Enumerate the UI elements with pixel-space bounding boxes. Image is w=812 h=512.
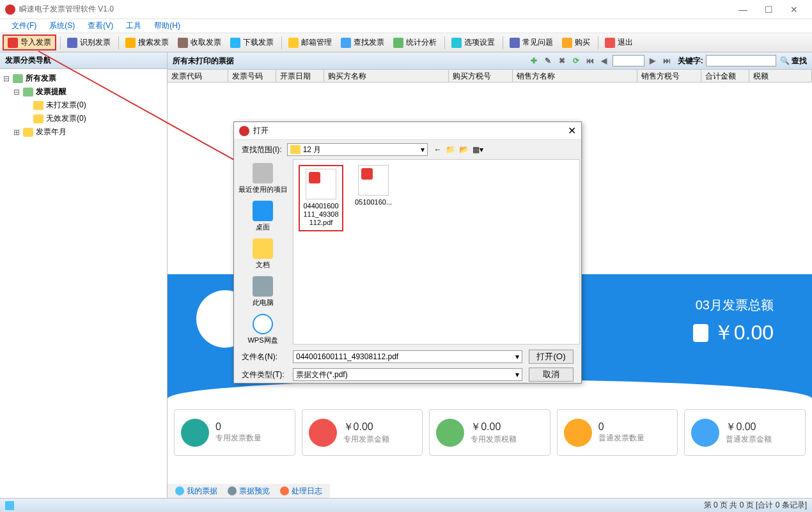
filename-value: 044001600111_49308112.pdf — [296, 352, 398, 361]
col-code[interactable]: 发票代码 — [168, 70, 228, 82]
cancel-button[interactable]: 取消 — [529, 368, 574, 382]
open-dialog: 打开 ✕ 查找范围(I): 12 月 ▾ ← 📁 📂 ▦▾ 最近使用的项目 桌面… — [233, 121, 582, 384]
tab-my-invoices[interactable]: 我的票据 — [170, 486, 223, 497]
menu-tools[interactable]: 工具 — [120, 20, 148, 31]
file-item-selected[interactable]: 044001600111_49308112.pdf — [299, 165, 343, 231]
card-label: 专用发票税额 — [471, 434, 517, 445]
toolbar-search[interactable]: 搜索发票 — [121, 36, 173, 49]
options-icon — [451, 38, 462, 48]
toolbar-receive[interactable]: 收取发票 — [174, 36, 225, 49]
toolbar-recognize-label: 识别发票 — [80, 37, 111, 48]
col-date[interactable]: 开票日期 — [276, 70, 324, 82]
keyword-input[interactable] — [706, 55, 776, 66]
month-total-label: 03月发票总额 — [693, 297, 774, 314]
col-buyer-tax[interactable]: 购买方税号 — [449, 70, 513, 82]
dropdown-icon: ▾ — [421, 145, 425, 154]
nav-prev[interactable]: ◀ — [598, 55, 610, 66]
toolbar-exit-label: 退出 — [618, 37, 633, 48]
menubar: 文件(F) 系统(S) 查看(V) 工具 帮助(H) — [0, 19, 812, 33]
dialog-close[interactable]: ✕ — [568, 125, 576, 137]
table-header: 发票代码 发票号码 开票日期 购买方名称 购买方税号 销售方名称 销售方税号 合… — [168, 70, 812, 82]
toolbar-download[interactable]: 下载发票 — [226, 36, 277, 49]
maximize-button[interactable]: ☐ — [756, 1, 781, 18]
dropdown-icon: ▾ — [515, 352, 519, 361]
tab-preview[interactable]: 票据预览 — [223, 486, 275, 497]
filetype-select[interactable]: 票据文件(*.pdf)▾ — [293, 368, 522, 381]
toolbar-options[interactable]: 选项设置 — [448, 36, 499, 49]
card-normal-amount: ￥0.00普通发票金额 — [684, 409, 806, 456]
nav-first[interactable]: ⏮ — [584, 55, 596, 66]
col-seller-tax[interactable]: 销售方税号 — [637, 70, 701, 82]
tab-label: 票据预览 — [239, 486, 270, 497]
tree-label: 发票提醒 — [36, 86, 66, 97]
book-icon — [309, 419, 337, 447]
col-tax[interactable]: 税额 — [749, 70, 812, 82]
tree-invalid[interactable]: 无效发票(0) — [3, 112, 164, 125]
sidebar-desktop[interactable]: 桌面 — [237, 201, 288, 232]
statusbar: 第 0 页 共 0 页 [合计 0 条记录] — [0, 498, 812, 512]
folder-select[interactable]: 12 月 ▾ — [287, 143, 428, 156]
file-item[interactable]: 05100160... — [351, 165, 396, 206]
col-seller[interactable]: 销售方名称 — [513, 70, 637, 82]
tree-remind[interactable]: ⊟发票提醒 — [3, 85, 164, 98]
toolbar-faq[interactable]: 常见问题 — [506, 36, 557, 49]
exit-icon — [605, 38, 615, 48]
menu-help[interactable]: 帮助(H) — [148, 20, 187, 31]
card-label: 专用发票金额 — [343, 434, 389, 445]
nav-up-icon[interactable]: 📁 — [446, 145, 455, 154]
toolbar-buy[interactable]: 购买 — [558, 36, 594, 49]
search-button-label: 查找 — [792, 56, 807, 65]
sidebar-recent[interactable]: 最近使用的项目 — [237, 163, 288, 194]
minimize-button[interactable]: — — [730, 1, 756, 18]
toolbar-exit[interactable]: 退出 — [601, 36, 637, 49]
card-label: 专用发票数量 — [215, 433, 262, 444]
tree-byyear[interactable]: ⊞发票年月 — [3, 125, 164, 139]
nav-next[interactable]: ▶ — [647, 55, 659, 66]
card-value: ￥0.00 — [726, 421, 772, 434]
nav-view-icon[interactable]: ▦▾ — [472, 145, 483, 154]
sidebar-label: WPS网盘 — [247, 336, 277, 344]
card-value: 0 — [598, 421, 644, 433]
nav-page-input[interactable] — [613, 55, 644, 66]
nav-add[interactable]: ✚ — [528, 55, 540, 66]
col-buyer[interactable]: 购买方名称 — [324, 70, 449, 82]
tree: ⊟所有发票 ⊟发票提醒 未打发票(0) 无效发票(0) ⊞发票年月 — [0, 69, 167, 498]
nav-refresh[interactable]: ⟳ — [570, 55, 582, 66]
search-icon — [125, 38, 136, 48]
dialog-icon — [239, 126, 249, 136]
close-button[interactable]: ✕ — [781, 1, 807, 18]
menu-view[interactable]: 查看(V) — [81, 20, 120, 31]
nav-back-icon[interactable]: ← — [434, 145, 442, 154]
tree-unprinted[interactable]: 未打发票(0) — [3, 98, 164, 112]
menu-file[interactable]: 文件(F) — [5, 20, 43, 31]
nav-newfolder-icon[interactable]: 📂 — [459, 145, 469, 154]
sidebar-label: 文档 — [256, 261, 270, 268]
preview-icon — [228, 486, 237, 495]
nav-delete[interactable]: ✖ — [556, 55, 568, 66]
open-button[interactable]: 打开(O) — [529, 350, 574, 364]
tree-all-invoices[interactable]: ⊟所有发票 — [3, 72, 164, 85]
tree-label: 未打发票(0) — [46, 100, 86, 111]
file-name: 044001600111_49308112.pdf — [302, 202, 340, 228]
toolbar-recognize[interactable]: 识别发票 — [63, 36, 114, 49]
col-total[interactable]: 合计金额 — [701, 70, 749, 82]
sidebar-pc[interactable]: 此电脑 — [237, 276, 288, 307]
col-number[interactable]: 发票号码 — [228, 70, 276, 82]
sidebar-wps[interactable]: WPS网盘 — [237, 314, 288, 345]
folder-icon — [23, 128, 33, 137]
toolbar-stats[interactable]: 统计分析 — [389, 36, 441, 49]
toolbar-import[interactable]: 导入发票 — [3, 35, 56, 50]
tab-log[interactable]: 处理日志 — [275, 486, 327, 497]
tab-label: 我的票据 — [187, 486, 217, 497]
menu-system[interactable]: 系统(S) — [43, 20, 81, 31]
bottom-tabs: 我的票据 票据预览 处理日志 — [168, 484, 330, 498]
card-label: 普通发票金额 — [726, 434, 772, 445]
sidebar-docs[interactable]: 文档 — [237, 238, 288, 270]
toolbar-find[interactable]: 查找发票 — [337, 36, 388, 49]
toolbar-mailbox[interactable]: 邮箱管理 — [285, 36, 336, 49]
nav-edit[interactable]: ✎ — [542, 55, 554, 66]
filename-input[interactable]: 044001600111_49308112.pdf▾ — [293, 350, 522, 363]
search-button[interactable]: 🔍 查找 — [780, 56, 807, 66]
nav-last[interactable]: ⏭ — [661, 55, 673, 66]
status-text: 第 0 页 共 0 页 [合计 0 条记录] — [704, 500, 807, 511]
